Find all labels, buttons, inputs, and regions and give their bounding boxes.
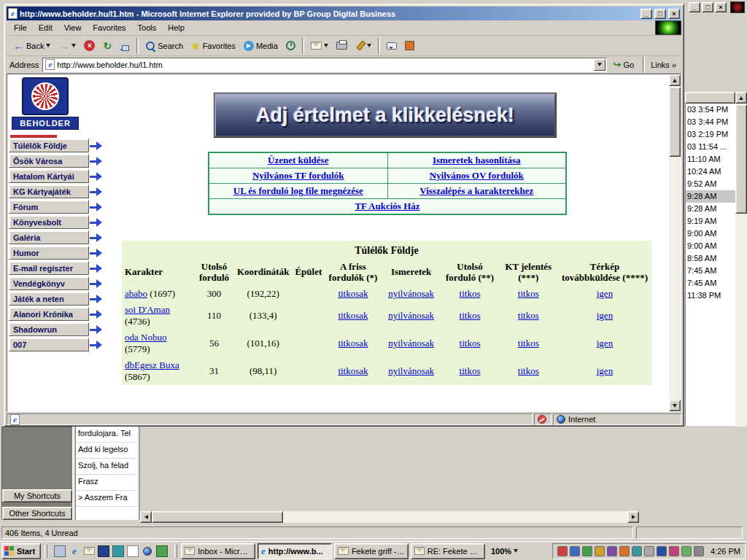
- tray-icon-11[interactable]: [681, 546, 692, 556]
- kt-report-link[interactable]: titkos: [518, 288, 539, 299]
- scrollbar-thumb[interactable]: [669, 87, 681, 157]
- mail-received-time[interactable]: 9:28 AM: [686, 203, 735, 215]
- knowledge-link[interactable]: nyilvánosak: [388, 288, 434, 299]
- tray-icon-8[interactable]: [644, 546, 654, 556]
- beholder-logo[interactable]: BEHOLDER: [12, 77, 79, 136]
- tray-icon-3[interactable]: [582, 546, 592, 556]
- knowledge-link[interactable]: nyilvánosak: [388, 338, 434, 349]
- scroll-right-button[interactable]: [627, 511, 639, 523]
- taskbar-button-inbox[interactable]: Inbox - Micros...: [181, 543, 255, 559]
- mail-received-time[interactable]: 8:58 AM: [686, 252, 735, 265]
- close-button[interactable]: ×: [668, 9, 680, 19]
- tray-icon-10[interactable]: [669, 546, 679, 556]
- mail-received-time[interactable]: 7:45 AM: [686, 277, 735, 289]
- tray-icon-2[interactable]: [570, 546, 580, 556]
- sidebar-item-humor[interactable]: Humor: [9, 246, 103, 260]
- zoom-toolbar[interactable]: 100%: [487, 543, 522, 559]
- my-shortcuts-button[interactable]: My Shortcuts: [2, 489, 72, 502]
- quicklaunch-icon-4[interactable]: [98, 545, 109, 557]
- link-uzenet-kuldese[interactable]: Üzenet küldése: [268, 155, 328, 166]
- menu-view[interactable]: View: [58, 21, 88, 34]
- toolbar-grip[interactable]: [174, 545, 177, 558]
- mail-received-time[interactable]: 9:00 AM: [686, 228, 735, 240]
- last-round-link[interactable]: titkos: [460, 365, 481, 376]
- minimize-button[interactable]: _: [689, 2, 700, 12]
- tray-icon-7[interactable]: [632, 546, 642, 556]
- tray-icon-4[interactable]: [595, 546, 605, 556]
- mail-received-time[interactable]: 9:52 AM: [686, 178, 735, 190]
- forward-dropdown-icon[interactable]: [71, 44, 76, 50]
- sidebar-item-shadowrun[interactable]: Shadowrun: [9, 322, 103, 336]
- minimize-button[interactable]: _: [640, 9, 652, 19]
- mail-received-time[interactable]: 9:00 AM: [686, 240, 735, 252]
- pane-splitter[interactable]: [137, 427, 140, 520]
- scroll-down-button[interactable]: [669, 400, 681, 411]
- message-preview[interactable]: Add ki legelso: [76, 443, 137, 459]
- link-tf-aukcios-haz[interactable]: TF Aukciós Ház: [355, 201, 419, 211]
- knowledge-link[interactable]: nyilvánosak: [388, 365, 434, 376]
- sidebar-item-forum[interactable]: Fórum: [9, 200, 103, 214]
- quicklaunch-ie-icon[interactable]: e: [69, 545, 80, 557]
- ad-banner[interactable]: Adj értelmet a klikkelésnek!: [214, 93, 556, 137]
- address-dropdown-button[interactable]: [594, 59, 605, 71]
- mail-button[interactable]: [307, 37, 332, 55]
- back-dropdown-icon[interactable]: [46, 44, 50, 50]
- tray-icon-1[interactable]: [557, 546, 568, 556]
- taskbar-button-fekete-griff[interactable]: Fekete griff - ...: [334, 543, 409, 559]
- map-forward-link[interactable]: igen: [597, 310, 613, 321]
- character-link[interactable]: oda Nobuo: [125, 332, 166, 343]
- link-nyilvanos-tf-fordulok[interactable]: Nyilvános TF fordulók: [252, 170, 344, 181]
- restore-button[interactable]: □: [702, 2, 713, 12]
- tray-icon-12[interactable]: [694, 546, 704, 556]
- sidebar-item-konyvesbolt[interactable]: Könyvesbolt: [9, 215, 103, 229]
- mail-dropdown-icon[interactable]: [324, 44, 328, 50]
- sidebar-item-email-regiszter[interactable]: E-mail regiszter: [9, 261, 103, 275]
- quicklaunch-icon-8[interactable]: [156, 545, 168, 557]
- link-ismeretek-hasonlitasa[interactable]: Ismeretek hasonlítása: [433, 155, 521, 166]
- maximize-button[interactable]: □: [654, 9, 666, 19]
- kt-report-link[interactable]: titkos: [518, 365, 539, 376]
- other-shortcuts-button[interactable]: Other Shortcuts: [2, 507, 72, 520]
- scroll-left-button[interactable]: [140, 511, 152, 523]
- message-preview[interactable]: > Asszem Fra: [76, 491, 137, 507]
- tray-icon-5[interactable]: [607, 546, 617, 556]
- sidebar-item-galeria[interactable]: Galéria: [9, 230, 103, 244]
- mail-received-time[interactable]: 03 11:54 ...: [686, 141, 735, 153]
- links-chevron-icon[interactable]: »: [672, 61, 676, 69]
- menu-edit[interactable]: Edit: [33, 21, 58, 34]
- sidebar-item-tulelok-foldje[interactable]: Túlélők Földje: [9, 139, 103, 152]
- sidebar-item-007[interactable]: 007: [9, 338, 103, 351]
- fresh-rounds-link[interactable]: titkosak: [338, 365, 368, 376]
- taskbar-button-re-fekete-griff[interactable]: RE: Fekete grif...: [411, 543, 485, 559]
- links-toolbar[interactable]: Links »: [651, 61, 678, 69]
- map-forward-link[interactable]: igen: [597, 365, 613, 376]
- sidebar-item-hatalom-kartyai[interactable]: Hatalom Kártyái: [9, 169, 103, 183]
- received-column-header[interactable]: [685, 92, 735, 104]
- mail-received-time[interactable]: 11:10 AM: [686, 153, 735, 166]
- ie-titlebar[interactable]: e http://www.beholder.hu/l1.htm - Micros…: [7, 7, 681, 20]
- menu-file[interactable]: File: [8, 21, 33, 34]
- character-link[interactable]: ababo: [125, 288, 147, 299]
- message-preview[interactable]: Frasz: [76, 475, 137, 491]
- messenger-button[interactable]: [401, 37, 418, 55]
- knowledge-link[interactable]: nyilvánosak: [388, 310, 434, 321]
- edit-button[interactable]: [352, 37, 375, 55]
- menu-help[interactable]: Help: [162, 21, 190, 34]
- last-round-link[interactable]: titkos: [460, 288, 481, 299]
- tray-icon-6[interactable]: [619, 546, 630, 556]
- mail-received-time[interactable]: 9:19 AM: [686, 215, 735, 228]
- mail-received-time[interactable]: 7:45 AM: [686, 265, 735, 277]
- mail-received-time[interactable]: 03 2:19 PM: [686, 128, 735, 141]
- mail-received-time[interactable]: 11:38 PM: [686, 289, 735, 302]
- sidebar-item-jatek-a-neten[interactable]: Játék a neten: [9, 292, 103, 306]
- stop-button[interactable]: ×: [80, 37, 98, 55]
- favorites-button[interactable]: ★ Favorites: [187, 37, 239, 55]
- last-round-link[interactable]: titkos: [460, 338, 481, 349]
- page-scrollbar[interactable]: [669, 74, 681, 411]
- scroll-up-button[interactable]: [735, 92, 747, 104]
- message-preview[interactable]: Szolj, ha felad: [76, 459, 137, 475]
- quicklaunch-icon-5[interactable]: [112, 545, 124, 557]
- refresh-button[interactable]: ↻: [99, 37, 115, 55]
- back-button[interactable]: ← Back: [9, 37, 54, 55]
- message-preview[interactable]: fordulojara. Tel: [76, 427, 137, 443]
